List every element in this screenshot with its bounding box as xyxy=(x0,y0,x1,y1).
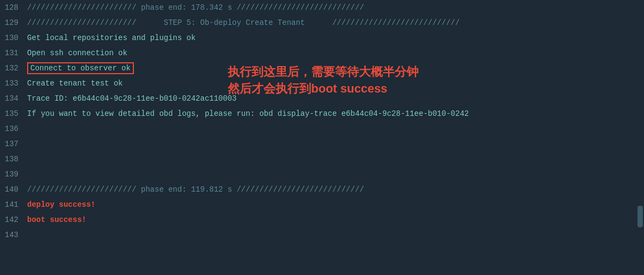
line-number: 143 xyxy=(0,231,27,239)
line-number: 140 xyxy=(0,185,27,194)
line-content-boot-success: boot success! xyxy=(27,215,644,224)
line-content: //////////////////////// STEP 5: Ob-depl… xyxy=(27,18,644,27)
terminal-line-130: 130 Get local repositories and plugins o… xyxy=(0,30,644,45)
line-number: 141 xyxy=(0,200,27,209)
line-number: 135 xyxy=(0,109,27,118)
line-content xyxy=(27,231,644,239)
line-content xyxy=(27,155,644,163)
line-content: //////////////////////// phase end: 178.… xyxy=(27,3,644,12)
line-number: 130 xyxy=(0,34,27,42)
line-content: Get local repositories and plugins ok xyxy=(27,34,644,42)
line-content xyxy=(27,170,644,179)
line-number: 138 xyxy=(0,155,27,163)
line-number: 137 xyxy=(0,140,27,148)
line-number: 136 xyxy=(0,125,27,133)
line-number: 133 xyxy=(0,79,27,88)
line-content-trace: Trace ID: e6b44c04-9c28-11ee-b010-0242ac… xyxy=(27,94,644,103)
terminal-line-133: 133 Create tenant test ok xyxy=(0,76,644,91)
terminal-line-141: 141 deploy success! xyxy=(0,197,644,212)
line-number: 132 xyxy=(0,64,27,73)
line-content: If you want to view detailed obd logs, p… xyxy=(27,109,644,118)
line-number: 134 xyxy=(0,94,27,103)
terminal-window: 128 //////////////////////// phase end: … xyxy=(0,0,644,275)
line-number: 142 xyxy=(0,215,27,224)
line-content-highlighted: Connect to observer ok xyxy=(27,64,644,73)
terminal-line-136: 136 xyxy=(0,121,644,136)
terminal-line-137: 137 xyxy=(0,136,644,152)
terminal-line-132: 132 Connect to observer ok xyxy=(0,61,644,76)
line-content: //////////////////////// phase end: 119.… xyxy=(27,185,644,194)
terminal-line-134: 134 Trace ID: e6b44c04-9c28-11ee-b010-02… xyxy=(0,91,644,106)
line-number: 139 xyxy=(0,170,27,179)
terminal-line-138: 138 xyxy=(0,152,644,167)
line-number: 129 xyxy=(0,18,27,27)
line-content xyxy=(27,140,644,148)
terminal-line-131: 131 Open ssh connection ok xyxy=(0,45,644,61)
line-number: 131 xyxy=(0,49,27,57)
line-content-deploy-success: deploy success! xyxy=(27,200,644,209)
terminal-line-128: 128 //////////////////////// phase end: … xyxy=(0,0,644,15)
terminal-line-142: 142 boot success! xyxy=(0,212,644,227)
scrollbar[interactable] xyxy=(637,206,643,227)
terminal-line-140: 140 //////////////////////// phase end: … xyxy=(0,182,644,197)
line-content xyxy=(27,125,644,133)
line-content: Open ssh connection ok xyxy=(27,49,644,57)
highlighted-text: Connect to observer ok xyxy=(27,62,134,74)
terminal-line-129: 129 //////////////////////// STEP 5: Ob-… xyxy=(0,15,644,30)
line-number: 128 xyxy=(0,3,27,12)
terminal-line-135: 135 If you want to view detailed obd log… xyxy=(0,106,644,121)
line-content: Create tenant test ok xyxy=(27,79,644,88)
terminal-line-139: 139 xyxy=(0,167,644,182)
terminal-line-143: 143 xyxy=(0,227,644,243)
